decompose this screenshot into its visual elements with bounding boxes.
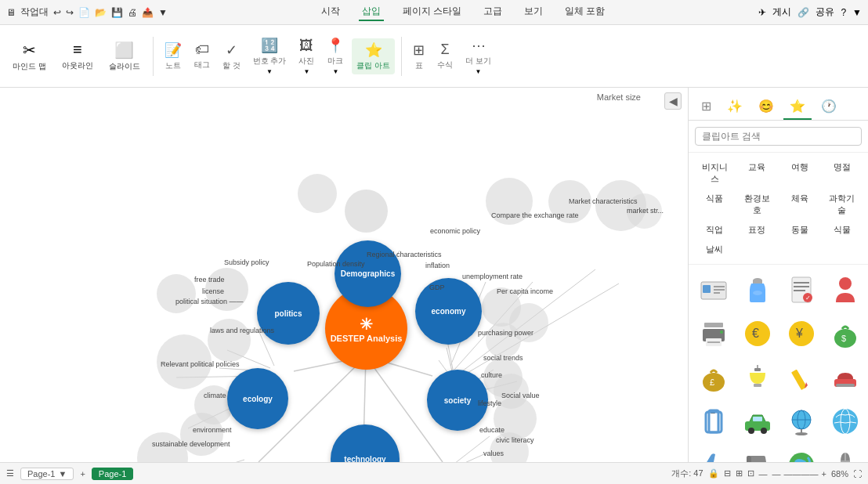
formula-tool[interactable]: Σ 수식 <box>432 38 458 74</box>
zoom-slider[interactable]: ———— <box>784 469 819 479</box>
note-tool[interactable]: 📝 노트 <box>160 38 186 74</box>
clipart-money-bag-green[interactable]: $ <box>826 315 864 352</box>
tab-sparkle[interactable]: ✨ <box>721 94 749 120</box>
clipart-mouse[interactable] <box>826 446 864 462</box>
menu-bar: 시작 삽입 페이지 스타일 고급 보기 일체 포함 <box>318 3 609 21</box>
publish-icon: ✈ <box>758 7 766 18</box>
cat-environment[interactable]: 환경보호 <box>737 190 776 219</box>
view-icon-2[interactable]: ⊞ <box>736 468 743 479</box>
clipart-search-input[interactable] <box>695 127 862 146</box>
svg-point-51 <box>753 291 762 295</box>
tab-emoji[interactable]: 😊 <box>752 94 780 120</box>
more-tool[interactable]: ⋯ 더 보기 ▼ <box>461 34 496 78</box>
table-tool[interactable]: ⊞ 표 <box>408 38 429 74</box>
outline-tool[interactable]: ≡ 아웃라인 <box>56 38 99 74</box>
clipart-document[interactable]: ✓ <box>783 271 820 309</box>
minimize-icon[interactable]: — <box>759 469 768 479</box>
clipart-lamp[interactable] <box>739 359 776 396</box>
clipart-money-bag-pound[interactable]: £ <box>695 359 732 396</box>
cat-expression[interactable]: 표정 <box>737 222 776 238</box>
photo-arrow: ▼ <box>303 68 309 75</box>
clipart-euro[interactable]: € <box>739 315 776 352</box>
cat-occupation[interactable]: 직업 <box>695 222 734 238</box>
redo-icon[interactable]: ↪ <box>66 7 74 18</box>
tab-recent[interactable]: 🕐 <box>815 94 843 120</box>
publish-btn[interactable]: 게시 <box>772 5 791 19</box>
tag-tool[interactable]: 🏷 태그 <box>190 38 215 74</box>
slide-tool[interactable]: ⬜ 슬라이드 <box>103 38 146 75</box>
cat-travel[interactable]: 여행 <box>780 159 819 187</box>
label-per-capita: Per capita income <box>497 287 553 295</box>
cat-animal[interactable]: 동물 <box>780 222 819 238</box>
clipart-car[interactable] <box>739 403 776 440</box>
open-icon[interactable]: 📂 <box>95 7 107 18</box>
task-tool[interactable]: ✓ 할 것 <box>218 38 245 74</box>
menu-start[interactable]: 시작 <box>318 3 343 21</box>
menu-insert[interactable]: 삽입 <box>359 3 384 21</box>
print-icon[interactable]: 🖨 <box>128 7 137 18</box>
ecology-node[interactable]: ecology <box>227 368 288 429</box>
more-icon[interactable]: ▼ <box>158 7 168 18</box>
save-icon[interactable]: 💾 <box>111 7 123 18</box>
cat-science[interactable]: 과학기술 <box>823 190 862 219</box>
help-btn[interactable]: ? <box>841 7 846 18</box>
clipart-clip[interactable] <box>695 403 732 440</box>
zoom-in-btn[interactable]: + <box>822 469 826 479</box>
page-1-arrow[interactable]: ▼ <box>58 469 67 479</box>
mindmap-tool[interactable]: ✂ 마인드 맵 <box>6 38 52 75</box>
clipart-globe[interactable] <box>826 403 864 440</box>
cat-sports[interactable]: 체육 <box>780 190 819 219</box>
clipart-thumbs-up[interactable] <box>695 446 732 462</box>
clipart-earth[interactable] <box>783 446 820 462</box>
undo-icon[interactable]: ↩ <box>53 7 61 18</box>
cat-plant[interactable]: 식물 <box>823 222 862 238</box>
share-btn[interactable]: 공유 <box>816 5 834 19</box>
menu-all-contain[interactable]: 일체 포함 <box>562 3 608 21</box>
page-1-tab[interactable]: Page-1 ▼ <box>20 468 74 480</box>
export-icon[interactable]: 📤 <box>142 7 154 18</box>
lock-icon[interactable]: 🔒 <box>708 468 719 479</box>
cat-food[interactable]: 식품 <box>695 190 734 219</box>
canvas-area[interactable]: Market size ◀ <box>0 88 688 462</box>
clipart-stapler[interactable] <box>826 359 864 396</box>
clipart-printer[interactable] <box>695 315 732 352</box>
app-name[interactable]: 작업대 <box>20 5 49 19</box>
clipart-pencil[interactable] <box>783 359 820 396</box>
number-tool[interactable]: 🔢 번호 추가 ▼ <box>248 34 291 78</box>
clipart-bottle[interactable] <box>739 271 776 309</box>
page-1-active-tab[interactable]: Page-1 <box>92 468 133 480</box>
add-page-btn[interactable]: + <box>80 469 85 479</box>
new-icon[interactable]: 📄 <box>78 7 90 18</box>
svg-point-63 <box>720 330 723 334</box>
toggle-sidebar-icon[interactable]: ☰ <box>6 468 14 479</box>
tab-table[interactable]: ⊞ <box>695 94 718 120</box>
view-icon-1[interactable]: ⊟ <box>724 468 731 479</box>
view-icon-3[interactable]: ⊡ <box>747 468 754 479</box>
clipart-id-card[interactable] <box>695 271 732 309</box>
menu-page-style[interactable]: 페이지 스타일 <box>400 3 465 21</box>
cat-weather[interactable]: 날씨 <box>695 241 734 258</box>
tab-clipart[interactable]: ⭐ <box>783 94 812 120</box>
cat-business[interactable]: 비지니스 <box>695 159 734 187</box>
mark-tool[interactable]: 📍 마크 ▼ <box>322 34 349 78</box>
bottom-bar: ☰ Page-1 ▼ + Page-1 개수: 47 🔒 ⊟ ⊞ ⊡ — — —… <box>0 462 868 484</box>
clipart-person-red[interactable] <box>826 271 864 309</box>
clipart-yen[interactable]: ¥ <box>783 315 820 352</box>
close-btn[interactable]: ▼ <box>852 7 862 18</box>
politics-node[interactable]: politics <box>257 282 320 345</box>
clipart-globe-stand[interactable] <box>783 403 820 440</box>
clipart-tool[interactable]: ⭐ 클립 아트 <box>352 38 395 74</box>
outline-label: 아웃라인 <box>62 60 93 71</box>
clipart-thumbs-down[interactable] <box>739 446 776 462</box>
title-bar-left: 🖥 작업대 ↩ ↪ 📄 📂 💾 🖨 📤 ▼ <box>6 5 168 19</box>
cat-education[interactable]: 교육 <box>737 159 776 187</box>
economy-node[interactable]: economy <box>415 278 482 345</box>
fullscreen-btn[interactable]: ⛶ <box>853 469 862 479</box>
collapse-panel-button[interactable]: ◀ <box>664 92 682 110</box>
cat-holiday[interactable]: 명절 <box>823 159 862 187</box>
menu-view[interactable]: 보기 <box>521 3 546 21</box>
menu-advanced[interactable]: 고급 <box>480 3 505 21</box>
count-label: 개수: 47 <box>671 468 703 479</box>
zoom-out-btn[interactable]: — <box>772 469 781 479</box>
photo-tool[interactable]: 🖼 사진 ▼ <box>294 34 319 78</box>
